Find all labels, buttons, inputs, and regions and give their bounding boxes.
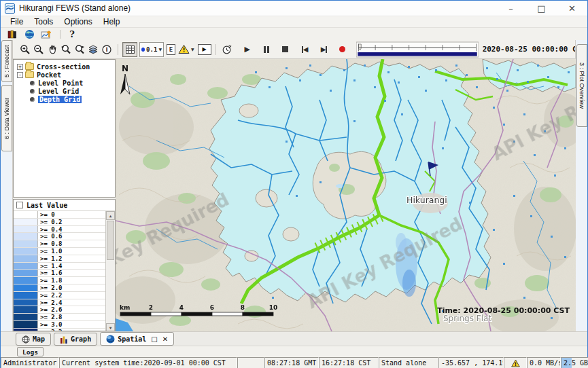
point-size-dropdown[interactable]: 0.1 ▼: [139, 42, 164, 57]
tree-node-label: Level Point: [38, 79, 83, 87]
pause-icon: [264, 46, 269, 53]
svg-text:!: !: [182, 47, 185, 54]
tree-node-level-grid[interactable]: Level Grid: [14, 87, 115, 95]
tab-logs-label: Logs: [22, 348, 38, 356]
stop-button[interactable]: [279, 42, 292, 57]
scroll-up-icon[interactable]: ▲: [106, 211, 115, 220]
legend-row[interactable]: >= 0.6: [14, 233, 105, 240]
tree-node-label: Cross-section: [37, 63, 90, 71]
zoom-previous-button[interactable]: [59, 42, 73, 57]
legend-row[interactable]: >= 1.4: [14, 263, 105, 270]
zoom-out-button[interactable]: [32, 42, 46, 57]
time-slider-track: [356, 41, 479, 58]
legend-row[interactable]: >= 2.0: [14, 284, 105, 292]
tab-forecast[interactable]: 5 : Forecast: [1, 40, 12, 82]
close-button[interactable]: ✕: [557, 1, 587, 16]
collapse-icon[interactable]: -: [17, 72, 23, 78]
legend-row[interactable]: >= 3.0: [14, 321, 105, 329]
legend-color-swatch: [14, 314, 38, 320]
last-value-checkbox[interactable]: [16, 202, 23, 208]
timeseries-display-button[interactable]: [39, 29, 54, 40]
warnings-dropdown[interactable]: ! ▼: [178, 42, 194, 57]
tab-maximize-icon[interactable]: □: [151, 335, 157, 343]
tree-node-level-point[interactable]: Level Point: [14, 79, 115, 87]
tab-logs[interactable]: Logs: [17, 347, 44, 356]
legend-row[interactable]: >= 2.6: [14, 306, 105, 314]
pan-button[interactable]: [46, 42, 59, 57]
info-icon: i: [101, 44, 112, 55]
tab-spatial[interactable]: Spatial □ ✕: [100, 332, 174, 346]
legend-value-label: >= 1.0: [38, 248, 105, 255]
minimize-button[interactable]: –: [496, 1, 526, 16]
legend-row[interactable]: >= 1.0: [14, 248, 105, 255]
toolbar-separator: [215, 44, 216, 55]
status-warning[interactable]: !: [504, 357, 527, 368]
show-grid-button[interactable]: [122, 42, 137, 57]
folder-icon: [25, 71, 34, 78]
legend-row[interactable]: >= 1.6: [14, 270, 105, 277]
legend-color-swatch: [14, 233, 38, 240]
menu-help[interactable]: Help: [98, 16, 126, 27]
zoom-next-button[interactable]: [73, 42, 86, 57]
legend-row[interactable]: >= 2.4: [14, 299, 105, 307]
info-button[interactable]: i: [100, 42, 114, 57]
map-viewport[interactable]: API Key Required API Key Required API Ke…: [116, 59, 576, 331]
status-memory-gauge: 2.5 GB: [561, 357, 588, 368]
svg-text:10: 10: [269, 304, 278, 311]
legend-color-swatch: [14, 263, 38, 270]
legend-row[interactable]: >= 0.8: [14, 240, 105, 248]
time-slider[interactable]: [356, 41, 479, 58]
legend-row[interactable]: >= 0: [14, 211, 105, 219]
tab-map[interactable]: Map: [16, 333, 51, 346]
menu-file[interactable]: File: [5, 16, 29, 27]
legend-row[interactable]: >= 2.2: [14, 292, 105, 299]
layers-button[interactable]: [86, 42, 100, 57]
legend-value-label: >= 2.4: [38, 299, 105, 306]
legend-panel: Last Value >= 0>= 0.2>= 0.4>= 0.6>= 0.8>…: [13, 199, 116, 331]
svg-text:8: 8: [241, 304, 245, 311]
legend-row[interactable]: >= 0.2: [14, 219, 105, 226]
menu-tools[interactable]: Tools: [29, 16, 58, 27]
animation-speed-button[interactable]: [220, 42, 234, 57]
go-to-end-button[interactable]: ▶: [317, 42, 332, 57]
tree-node-depth-grid[interactable]: Depth Grid: [14, 95, 115, 103]
tab-close-icon[interactable]: ✕: [162, 335, 168, 343]
stop-icon: [282, 46, 288, 52]
legend-value-label: >= 0.2: [38, 219, 105, 225]
legend-color-swatch: [14, 240, 38, 247]
expand-icon[interactable]: +: [17, 64, 23, 70]
scrollbar-thumb[interactable]: [107, 221, 114, 260]
legend-row[interactable]: >= 0.4: [14, 226, 105, 234]
status-spacer: [237, 357, 264, 368]
go-to-start-button[interactable]: ◀: [298, 42, 313, 57]
legend-scrollbar[interactable]: ▲ ▼: [105, 211, 115, 331]
help-button[interactable]: ?: [65, 29, 80, 40]
animation-panel-button[interactable]: ▶: [198, 42, 211, 57]
application-window: Hikurangi FEWS (Stand alone) – □ ✕ File …: [0, 0, 588, 368]
map-display-button[interactable]: [22, 29, 37, 40]
chart-icon: [41, 29, 52, 39]
legend-row[interactable]: >= 2.8: [14, 314, 105, 321]
scroll-down-icon[interactable]: ▼: [106, 323, 115, 331]
zoom-in-icon: [20, 44, 31, 55]
record-icon: [339, 46, 345, 52]
menu-bar: File Tools Options Help: [1, 16, 587, 28]
record-button[interactable]: [336, 42, 349, 57]
status-coordinates: -35.657 , 174.199: [438, 357, 504, 368]
node-bullet-icon: [30, 97, 35, 102]
tab-data-viewer[interactable]: 6 : Data Viewer: [1, 85, 12, 151]
legend-row[interactable]: >= 1.8: [14, 277, 105, 284]
tree-node-pocket[interactable]: - Pocket: [14, 71, 115, 79]
menu-options[interactable]: Options: [58, 16, 97, 27]
scale-ruler-button[interactable]: E: [167, 42, 175, 57]
zoom-in-button[interactable]: [18, 42, 32, 57]
tab-plot-overview[interactable]: 3 : Plot Overview: [576, 44, 587, 127]
tab-graph[interactable]: Graph: [54, 333, 97, 346]
play-button[interactable]: ▶: [241, 42, 254, 57]
maximize-button[interactable]: □: [526, 1, 557, 16]
pause-button[interactable]: [260, 42, 273, 57]
legend-row[interactable]: >= 1.2: [14, 255, 105, 263]
database-explorer-button[interactable]: [5, 29, 20, 40]
svg-text:km: km: [120, 304, 130, 311]
map-canvas[interactable]: API Key Required API Key Required API Ke…: [116, 59, 576, 331]
